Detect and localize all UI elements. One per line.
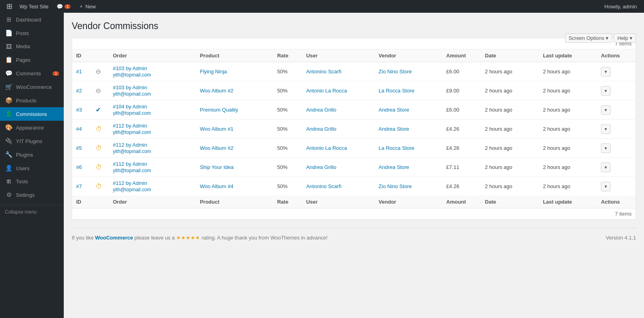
vendor-link[interactable]: Zio Nino Store xyxy=(379,69,412,75)
sidebar-collapse[interactable]: Collapse menu xyxy=(0,205,64,219)
actions-button[interactable]: ▾ xyxy=(601,124,611,134)
actions-chevron-icon: ▾ xyxy=(605,107,607,113)
actions-button[interactable]: ▾ xyxy=(601,143,611,153)
cell-id[interactable]: #1 xyxy=(72,62,92,81)
cell-status: ⏱ xyxy=(92,120,109,139)
cell-user: Antonio La Rocca xyxy=(302,81,375,100)
user-link[interactable]: Antonio La Rocca xyxy=(306,145,347,151)
order-link[interactable]: #112 by Admin xyxy=(113,142,192,148)
cell-amount: £6.00 xyxy=(442,62,481,81)
cell-product: Woo Album #1 xyxy=(196,120,273,139)
cell-actions: ▾ xyxy=(597,158,636,177)
order-link[interactable]: #103 by Admin xyxy=(113,65,192,71)
cell-id[interactable]: #2 xyxy=(72,81,92,100)
sidebar-item-users[interactable]: 👤 Users xyxy=(0,161,64,175)
order-link[interactable]: #112 by Admin xyxy=(113,161,192,167)
vendor-link[interactable]: La Rocca Store xyxy=(379,88,414,94)
cell-actions: ▾ xyxy=(597,177,636,196)
col-footer-user: User xyxy=(302,196,375,208)
order-email[interactable]: yith@topmail.com xyxy=(113,168,192,173)
cell-id[interactable]: #6 xyxy=(72,158,92,177)
order-email[interactable]: yith@topmail.com xyxy=(113,72,192,78)
vendor-link[interactable]: Zio Nino Store xyxy=(379,183,412,189)
order-link[interactable]: #112 by Admin xyxy=(113,180,192,186)
user-link[interactable]: Andrea Grillo xyxy=(306,164,336,170)
order-link[interactable]: #103 by Admin xyxy=(113,84,192,90)
order-email[interactable]: yith@topmail.com xyxy=(113,130,192,135)
sidebar-item-comments[interactable]: 💬 Comments 1 xyxy=(0,67,64,80)
table-row: #4 ⏱ #112 by Admin yith@topmail.com Woo … xyxy=(72,120,636,139)
order-link[interactable]: #104 by Admin xyxy=(113,104,192,110)
cell-last-update: 2 hours ago xyxy=(539,100,597,120)
actions-button[interactable]: ▾ xyxy=(601,182,611,191)
order-email[interactable]: yith@topmail.com xyxy=(113,91,192,97)
col-header-user: User xyxy=(302,49,375,62)
help-button[interactable]: Help ▾ xyxy=(614,33,636,43)
order-link[interactable]: #112 by Admin xyxy=(113,123,192,129)
order-email[interactable]: yith@topmail.com xyxy=(113,187,192,192)
sidebar-item-appearance[interactable]: 🎨 Appearance xyxy=(0,121,64,134)
sidebar-item-plugins[interactable]: 🔧 Plugins xyxy=(0,148,64,161)
media-icon: 🖼 xyxy=(5,43,13,50)
user-link[interactable]: Andrea Grillo xyxy=(306,126,336,132)
product-link[interactable]: Woo Album #2 xyxy=(200,145,233,151)
sidebar-item-settings[interactable]: ⚙ Settings xyxy=(0,188,64,202)
product-link[interactable]: Ship Your Idea xyxy=(200,164,234,170)
sidebar-item-yit-plugins[interactable]: 🔌 YIT Plugins xyxy=(0,134,64,148)
vendor-link[interactable]: La Rocca Store xyxy=(379,145,414,151)
col-footer-actions: Actions xyxy=(597,196,636,208)
commissions-table: ID Order Product Rate User Vendor Amount… xyxy=(72,49,636,208)
sidebar-item-tools[interactable]: 🛠 Tools xyxy=(0,175,64,188)
sidebar-item-media[interactable]: 🖼 Media xyxy=(0,40,64,53)
settings-icon: ⚙ xyxy=(5,191,13,198)
cell-order: #112 by Admin yith@topmail.com xyxy=(109,158,196,177)
sidebar-item-commissions[interactable]: 💲 Commissions xyxy=(0,107,64,121)
order-email[interactable]: yith@topmail.com xyxy=(113,110,192,116)
user-link[interactable]: Antonio La Rocca xyxy=(306,88,347,94)
cell-order: #103 by Admin yith@topmail.com xyxy=(109,62,196,81)
cell-id[interactable]: #3 xyxy=(72,100,92,120)
sidebar-item-dashboard[interactable]: ⊞ Dashboard xyxy=(0,13,64,26)
product-link[interactable]: Woo Album #4 xyxy=(200,183,233,189)
user-link[interactable]: Andrea Grillo xyxy=(306,107,336,113)
adminbar-comments[interactable]: 💬 1 xyxy=(53,0,75,13)
sidebar-item-posts[interactable]: 📄 Posts xyxy=(0,26,64,40)
cell-vendor: Andrea Store xyxy=(375,120,442,139)
actions-button[interactable]: ▾ xyxy=(601,86,611,96)
vendor-link[interactable]: Andrea Store xyxy=(379,107,409,113)
cell-vendor: Zio Nino Store xyxy=(375,62,442,81)
sidebar-item-label: Tools xyxy=(16,179,28,185)
screen-options-button[interactable]: Screen Options ▾ xyxy=(565,33,613,43)
actions-button[interactable]: ▾ xyxy=(601,105,611,115)
wp-logo[interactable]: ⊞ xyxy=(3,2,16,11)
adminbar-site[interactable]: Wp Test Site xyxy=(16,0,53,13)
cell-product: Woo Album #4 xyxy=(196,177,273,196)
vendor-link[interactable]: Andrea Store xyxy=(379,126,409,132)
cell-last-update: 2 hours ago xyxy=(539,81,597,100)
sidebar-item-products[interactable]: 📦 Products xyxy=(0,94,64,107)
sidebar-item-label: Users xyxy=(16,165,29,171)
adminbar-new[interactable]: ＋ New xyxy=(75,0,100,13)
actions-button[interactable]: ▾ xyxy=(601,67,611,77)
cell-actions: ▾ xyxy=(597,100,636,120)
sidebar-item-pages[interactable]: 📋 Pages xyxy=(0,53,64,67)
order-email[interactable]: yith@topmail.com xyxy=(113,149,192,154)
actions-button[interactable]: ▾ xyxy=(601,163,611,172)
user-link[interactable]: Antonino Scarfì xyxy=(306,183,342,189)
col-footer-date: Date xyxy=(481,196,539,208)
product-link[interactable]: Woo Album #2 xyxy=(200,88,233,94)
cell-id[interactable]: #4 xyxy=(72,120,92,139)
sidebar-item-woocommerce[interactable]: 🛒 WooCommerce xyxy=(0,80,64,94)
cell-amount: £4.26 xyxy=(442,139,481,158)
cell-id[interactable]: #7 xyxy=(72,177,92,196)
col-header-order: Order xyxy=(109,49,196,62)
vendor-link[interactable]: Andrea Store xyxy=(379,164,409,170)
cell-id[interactable]: #5 xyxy=(72,139,92,158)
user-link[interactable]: Antonino Scarfì xyxy=(306,69,342,75)
cell-last-update: 2 hours ago xyxy=(539,158,597,177)
product-link[interactable]: Flying Ninja xyxy=(200,69,227,75)
col-footer-id: ID xyxy=(72,196,92,208)
product-link[interactable]: Woo Album #1 xyxy=(200,126,233,132)
adminbar-howdy: Howdy, admin xyxy=(601,4,641,10)
product-link[interactable]: Premium Quality xyxy=(200,107,238,113)
